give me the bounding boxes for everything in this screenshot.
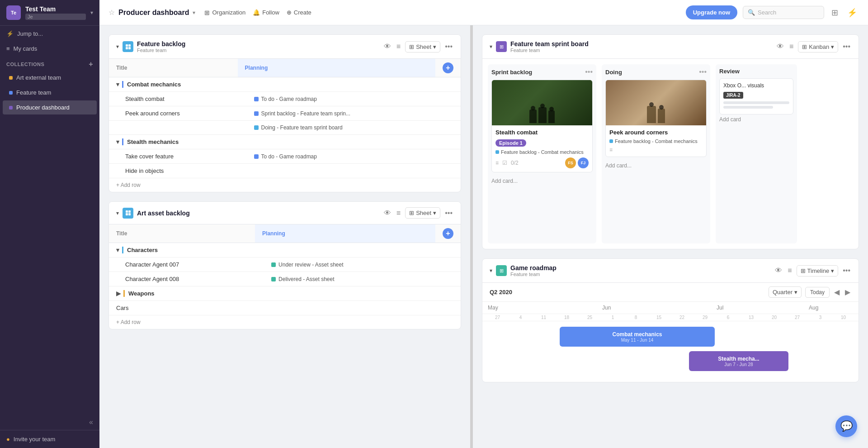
my-cards-button[interactable]: ≡ My cards xyxy=(0,42,99,56)
feature-backlog-board: ▾ Feature backlog Feature team 👁 ≡ ⊞ She… xyxy=(108,34,461,192)
date-label: 27 xyxy=(786,315,809,320)
art-sheet-view-selector[interactable]: ⊞ Sheet ▾ xyxy=(405,207,440,219)
kanban-view-selector[interactable]: ⊞ Kanban ▾ xyxy=(798,41,838,52)
timeline-icon: ⊞ xyxy=(496,265,507,276)
sidebar-collapse-button[interactable]: « xyxy=(0,415,99,430)
grid-view-icon[interactable]: ⊞ xyxy=(830,6,840,19)
activity-icon[interactable]: ⚡ xyxy=(845,6,859,19)
table-row[interactable]: Doing - Feature team sprint board xyxy=(109,121,461,135)
table-row[interactable]: Cars xyxy=(109,301,461,315)
jump-to-button[interactable]: ⚡ Jump to... xyxy=(0,26,99,42)
sidebar-item-producer-dashboard[interactable]: Producer dashboard xyxy=(3,100,97,114)
star-icon[interactable]: ☆ xyxy=(108,8,115,17)
group-cell: ▾ Combat mechanics xyxy=(109,77,461,92)
add-card-link[interactable]: Add card... xyxy=(605,161,707,171)
date-label: 22 xyxy=(670,315,693,320)
invite-label: Invite your team xyxy=(14,436,56,443)
group-chevron-icon[interactable]: ▾ xyxy=(116,247,119,253)
date-label: 18 xyxy=(555,315,578,320)
nav-left-icon[interactable]: ◀ xyxy=(833,287,840,297)
add-card-link[interactable]: Add card xyxy=(719,114,793,124)
invite-your-team-button[interactable]: ● Invite your team xyxy=(0,430,99,448)
dot-icon xyxy=(9,76,13,80)
page-title: Producer dashboard xyxy=(118,9,189,17)
follow-button[interactable]: 🔔 Follow xyxy=(253,9,279,16)
sprint-board-chevron[interactable]: ▾ xyxy=(490,43,492,50)
timeline-eye-icon[interactable]: 👁 xyxy=(774,266,783,276)
add-column-button[interactable]: + xyxy=(443,62,453,73)
group-chevron-icon[interactable]: ▾ xyxy=(116,81,119,88)
timeline-view-selector[interactable]: ⊞ Timeline ▾ xyxy=(797,265,839,276)
stealth-combat-card[interactable]: Stealth combat Episode 1 Feature backlog… xyxy=(491,80,593,172)
sprint-more-icon[interactable]: ••• xyxy=(842,42,851,52)
sidebar-item-art-external-team[interactable]: Art external team xyxy=(3,71,97,85)
table-row[interactable]: Hide in objects xyxy=(109,164,461,178)
team-name-sub: Je xyxy=(25,14,86,20)
org-label: Organization xyxy=(212,9,245,16)
group-chevron-icon[interactable]: ▾ xyxy=(116,138,119,145)
dot-icon xyxy=(9,106,13,110)
timeline-chevron[interactable]: ▾ xyxy=(490,267,492,274)
sprint-filter-icon[interactable]: ≡ xyxy=(788,42,794,52)
filter-icon[interactable]: ≡ xyxy=(396,42,401,52)
col-more-icon[interactable]: ••• xyxy=(585,68,593,76)
bar-title: Combat mechanics xyxy=(613,331,662,338)
table-row[interactable]: Peek around corners Sprint backlog - Fea… xyxy=(109,106,461,121)
row-title: Cars xyxy=(109,301,255,315)
table-row[interactable]: Take cover feature To do - Game roadmap xyxy=(109,149,461,164)
organization-link[interactable]: ⊞ Organization xyxy=(204,9,245,16)
feature-backlog-subtitle: Feature team xyxy=(137,48,379,53)
search-box[interactable]: 🔍 Search xyxy=(743,6,824,19)
chevron-down-icon: ▾ xyxy=(794,289,797,295)
card-icons: ≡ ☑ 0/2 xyxy=(495,160,519,166)
sidebar-item-label: Producer dashboard xyxy=(16,104,70,111)
sidebar-header-chevron[interactable]: ▾ xyxy=(90,10,93,16)
filter-icon[interactable]: ≡ xyxy=(396,208,401,218)
sprint-eye-icon[interactable]: 👁 xyxy=(776,42,785,52)
plus-circle-icon: ⊕ xyxy=(287,9,292,16)
today-button[interactable]: Today xyxy=(805,287,830,298)
nav-right-icon[interactable]: ▶ xyxy=(844,287,851,297)
sidebar-item-feature-team[interactable]: Feature team xyxy=(3,86,97,100)
create-button[interactable]: ⊕ Create xyxy=(287,9,311,16)
collections-add-icon[interactable]: + xyxy=(89,60,93,68)
jul-label: Jul xyxy=(715,304,807,312)
eye-icon[interactable]: 👁 xyxy=(383,42,392,52)
row-extra xyxy=(435,149,461,164)
art-backlog-chevron[interactable]: ▾ xyxy=(116,210,119,216)
sidebar-item-label: Feature team xyxy=(16,89,51,96)
timeline-filter-icon[interactable]: ≡ xyxy=(787,266,793,276)
date-label: 8 xyxy=(624,315,647,320)
org-icon: ⊞ xyxy=(204,9,210,16)
chat-bubble[interactable]: 💬 xyxy=(835,415,857,437)
table-row[interactable]: Character Agent 008 Delivered - Asset sh… xyxy=(109,272,461,286)
avatar: FS xyxy=(565,157,576,168)
eye-icon[interactable]: 👁 xyxy=(383,208,392,218)
quarter-label: Quarter xyxy=(773,289,793,295)
sidebar-item-label: Art external team xyxy=(16,74,61,81)
feature-backlog-chevron[interactable]: ▾ xyxy=(116,43,119,50)
col-more-icon[interactable]: ••• xyxy=(699,68,707,76)
table-row[interactable]: Stealth combat To do - Game roadmap xyxy=(109,92,461,106)
timeline-bar-row: Combat mechanics May 11 - Jun 14 xyxy=(486,327,855,347)
quarter-selector[interactable]: Quarter ▾ xyxy=(769,286,802,298)
add-row-button[interactable]: + Add row xyxy=(109,178,461,192)
group-chevron-icon[interactable]: ▶ xyxy=(116,290,121,297)
add-column-button[interactable]: + xyxy=(443,228,453,239)
table-row[interactable]: Character Agent 007 Under review - Asset… xyxy=(109,257,461,272)
timeline-more-icon[interactable]: ••• xyxy=(842,266,851,276)
peek-around-card[interactable]: Peek around corners Feature backlog - Co… xyxy=(605,80,707,157)
stealth-mechanics-bar[interactable]: Stealth mecha... Jun 7 - Jun 28 xyxy=(689,351,788,371)
add-card-link[interactable]: Add card... xyxy=(491,176,593,186)
more-icon[interactable]: ••• xyxy=(444,42,453,52)
upgrade-now-button[interactable]: Upgrade now xyxy=(686,5,737,19)
row-planning xyxy=(255,301,435,315)
combat-mechanics-bar[interactable]: Combat mechanics May 11 - Jun 14 xyxy=(560,327,715,347)
search-icon: 🔍 xyxy=(748,9,755,16)
feature-backlog-actions: 👁 ≡ ⊞ Sheet ▾ ••• xyxy=(383,41,453,52)
xbox-card[interactable]: Xbox O... visuals JIRA-2 xyxy=(719,78,793,114)
add-row-button[interactable]: + Add row xyxy=(109,315,461,329)
my-cards-label: My cards xyxy=(14,45,38,52)
more-icon[interactable]: ••• xyxy=(444,208,453,218)
sheet-view-selector[interactable]: ⊞ Sheet ▾ xyxy=(405,41,440,52)
